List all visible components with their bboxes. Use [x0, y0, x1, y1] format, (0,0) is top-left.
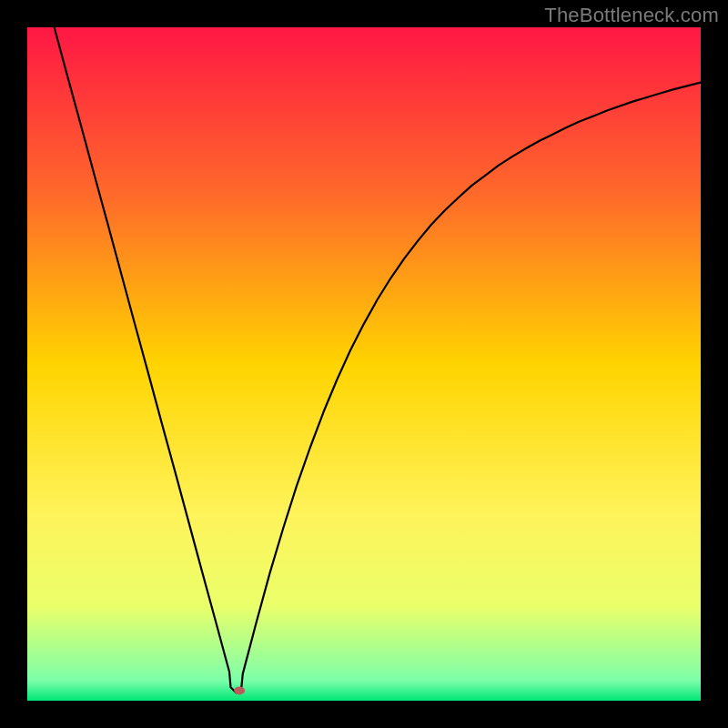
watermark-text: TheBottleneck.com [544, 4, 719, 27]
plot-area [27, 27, 701, 701]
gradient-background [27, 27, 701, 701]
chart-frame: TheBottleneck.com [0, 0, 728, 728]
optimum-marker [234, 686, 245, 694]
chart-svg [27, 27, 701, 701]
